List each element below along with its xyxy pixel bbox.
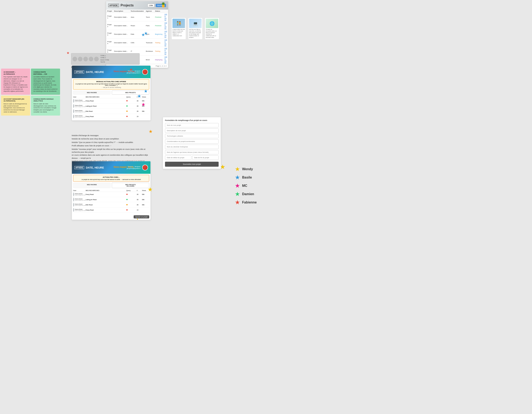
wf-circle-5 — [94, 57, 99, 61]
admin-search-header: User MES RECHERCHES Query # Views — [73, 189, 149, 192]
admin-dash-logo: APSIDE — [74, 166, 84, 169]
field-client[interactable] — [165, 145, 218, 149]
cell-desc: Description blablabla blablabla — [113, 30, 130, 39]
field-technologies[interactable] — [165, 134, 218, 138]
cell-desc: Description blablabla blablabla — [113, 21, 130, 30]
cell-action[interactable]: Add to my list — [163, 47, 168, 56]
field-date-fin[interactable] — [192, 155, 218, 160]
news-module-text: Le projet du mois qu'est trop cool et qu… — [75, 83, 148, 86]
profiles-section: UI DESIGNER –ALTERNANCE Pour rejoindre n… — [1, 68, 60, 116]
wf-circle-1 — [73, 57, 77, 61]
star-mc: ★ — [235, 183, 240, 189]
admin-col-num: # — [137, 190, 142, 191]
admin-result-dot-container — [126, 209, 137, 211]
illus-img-3: 🌐 — [206, 19, 218, 28]
profile-card-ui: UI DESIGNER –ALTERNANCE Pour rejoindre n… — [1, 68, 30, 95]
cell-action[interactable]: Add to my list — [163, 30, 168, 39]
field-agence[interactable] — [165, 150, 218, 154]
dash-header: APSIDE DATE, HEURE Viens mapper sur me..… — [72, 66, 151, 78]
cell-agence: Paris — [145, 21, 154, 30]
col-search-header: MES RECHERCHES — [86, 96, 126, 98]
result-count1: 35 — [137, 105, 142, 107]
legend-name-basile: Basile — [242, 176, 252, 179]
field-coordonnateur[interactable] — [165, 139, 218, 144]
liste-btn[interactable]: Liste — [148, 4, 154, 7]
admin-search-result-row: Hanna Giever hgever@gmail.com Fancy Reac… — [73, 207, 149, 213]
admin-result-count1: 35 — [137, 204, 142, 206]
admin-search-result-row: Hanna Giever hgever@gmail.com Elite Reac… — [73, 202, 149, 207]
cell-projet: Projet 1 — [106, 13, 113, 21]
col-description: Description — [113, 10, 130, 13]
legend-fabienne: ★ Fabienne — [235, 200, 257, 205]
col-projet: Projet — [106, 10, 113, 13]
mes-projets-box[interactable]: MES PROJETS ★ — [112, 91, 149, 95]
pineapple-icon: 🍍 — [161, 2, 166, 8]
admin-dash-header: APSIDE DATE, HEURE Viens mapper sur la..… — [72, 161, 151, 174]
admin-result-avatar — [73, 203, 74, 207]
admin-projets-box[interactable]: MES PROJETSEN COURS — [112, 183, 149, 188]
dash-logo: APSIDE — [74, 70, 84, 74]
col-agence: Agence — [145, 10, 154, 13]
col-num-header: # — [137, 96, 142, 98]
admin-result-search: Fancy React — [86, 209, 126, 211]
field-nom-projet[interactable] — [165, 123, 218, 127]
result-dot-container — [126, 116, 137, 117]
star-damien: ★ — [235, 191, 240, 197]
legend-name-damien: Damien — [242, 192, 254, 196]
field-description[interactable] — [165, 128, 218, 133]
search-result-row: Hanna Giever hgever@gmail.com Lading pm … — [73, 104, 149, 109]
profile-card-account: ACCOUNT MANAGER (EN ALTERNANCE) Dans le … — [1, 96, 30, 116]
legend-name-wendy: Wendy — [242, 167, 253, 171]
illus-text-3: To keep our ecosystem alive, so that our… — [206, 29, 218, 39]
admin-result-search: Elite React — [86, 204, 126, 206]
cell-status: Deploying — [154, 56, 163, 64]
admin-viens-text: Viens mapper sur la... — [114, 166, 135, 168]
result-count2: 95K — [142, 111, 149, 112]
result-user: Hanna Giever hgever@gmail.com — [73, 99, 86, 103]
cell-action[interactable]: Add to my list — [163, 56, 168, 64]
cell-agence: Lyon — [145, 30, 154, 39]
wf-title1: TITRE 1 — [100, 55, 109, 57]
cell-action[interactable]: Add to my list — [163, 21, 168, 30]
mes-favoris-box[interactable]: MES FAVORIS — [73, 91, 111, 95]
dashboard-user: APSIDE DATE, HEURE Viens mapper sur me..… — [72, 66, 151, 121]
cell-status: Finished — [154, 21, 163, 30]
field-date-debut[interactable] — [165, 155, 191, 160]
table-row: Projet 2 Description blablabla blablabla… — [106, 21, 168, 30]
table-row: Projet 4 Description blablabla blablabla… — [106, 39, 168, 47]
result-count1: 15 — [137, 116, 142, 117]
illustrations-panel: 🧑‍🤝‍🧑 a space where we can launch an ide… — [171, 18, 219, 39]
admin-dash-datetime: DATE, HEURE — [86, 166, 104, 169]
result-avatar — [73, 104, 74, 108]
result-user: Hanna Giever hgever@gmail.com — [73, 109, 86, 113]
cell-action[interactable]: Add to my list — [163, 39, 168, 47]
col-action — [163, 10, 168, 13]
result-search: Lading pm React — [86, 105, 126, 107]
wireframe-section: TITRE 1 TITRE 2 SOUS TITRE TEXTE Dashboa… — [71, 53, 140, 65]
submit-btn[interactable]: Soumettre mon projet — [165, 162, 218, 167]
result-email: hgever@gmail.com — [75, 116, 86, 118]
result-count1: 35 — [137, 111, 142, 112]
search-result-row: Hanna Giever hgever@gmail.com Fancy Reac… — [73, 98, 149, 104]
admin-col-recherches: MES RECHERCHES — [86, 190, 126, 191]
search-result-row: Hanna Giever hgever@gmail.com Fancy Reac… — [73, 114, 149, 119]
admin-news-banner: ACTUALITES CHEZ... Le projet du mois qu'… — [73, 175, 149, 182]
result-avatar — [73, 99, 74, 103]
admin-result-search: Fancy React — [86, 194, 126, 195]
admin-result-email: hgever@gmail.com — [75, 205, 86, 206]
admin-projets-label: MES PROJETSEN COURS — [113, 184, 148, 187]
admin-result-user-info: Hanna Giever hgever@gmail.com — [75, 209, 86, 211]
dashboard-admin: APSIDE DATE, HEURE Viens mapper sur la..… — [72, 161, 151, 220]
result-avatar — [73, 115, 74, 118]
legend-name-mc: MC — [242, 184, 247, 188]
admin-result-count1: 15 — [137, 209, 142, 211]
star-yellow-admin: ★ — [135, 217, 140, 220]
admin-result-user-info: Hanna Giever hgever@gmail.com — [75, 193, 86, 196]
cell-action[interactable]: Add to my list — [163, 13, 168, 21]
col-query-header: Query — [126, 96, 137, 98]
illus-card-3: 🌐 To keep our ecosystem alive, so that o… — [205, 18, 219, 39]
admin-result-user-info: Hanna Giever hgever@gmail.com — [75, 203, 86, 206]
profile-title-google: CONSULTANTE GOOGLE ANALYTICS — [33, 98, 57, 102]
admin-favoris-box[interactable]: MES FAVORIS — [73, 183, 111, 188]
star-red-deco: ★ — [129, 67, 133, 72]
